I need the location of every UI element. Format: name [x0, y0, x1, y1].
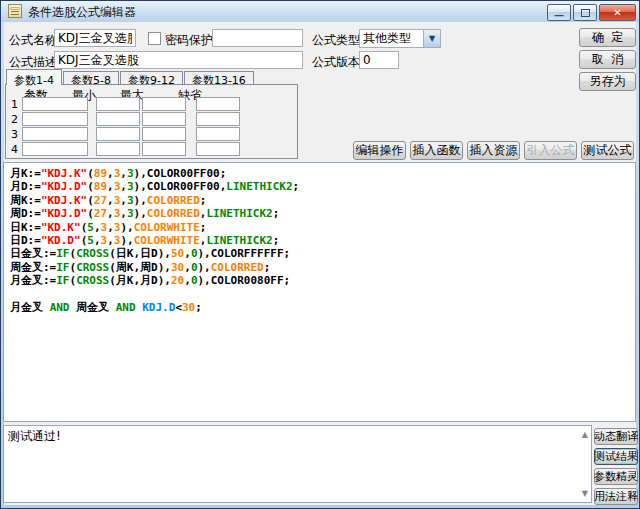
tab-params-3[interactable]: 参数9-12: [120, 71, 183, 85]
scroll-down-icon[interactable]: ▼: [582, 489, 588, 498]
param-row-label: 3: [8, 128, 18, 141]
titlebar: 条件选股公式编辑器 — ✕: [1, 1, 639, 22]
formula-editor-window: 条件选股公式编辑器 — ✕ 公式名称 密码保护 公式类型 其他类型 ▼ 确 定 …: [0, 0, 640, 509]
param-input-r2c4[interactable]: [196, 112, 240, 126]
param-input-r4c3[interactable]: [142, 142, 186, 156]
maximize-button[interactable]: [573, 4, 597, 21]
side-button-2[interactable]: 测试结果: [594, 448, 638, 465]
code-line: 周金叉:=IF(CROSS(周K,周D),30,0),COLORRED;: [10, 261, 635, 274]
password-input[interactable]: [212, 29, 303, 47]
code-line: 日金叉:=IF(CROSS(日K,日D),50,0),COLORFFFFFF;: [10, 247, 635, 260]
code-line: 月D:="KDJ.D"(89,3,3),COLOR00FF00,LINETHIC…: [10, 180, 635, 193]
toolbar-button-1[interactable]: 编辑操作: [353, 141, 406, 160]
param-input-r1c3[interactable]: [142, 97, 186, 111]
param-input-r1c2[interactable]: [96, 97, 140, 111]
code-line: 日D:="KD.D"(5,3,3),COLORWHITE,LINETHICK2;: [10, 234, 635, 247]
param-row-label: 2: [8, 113, 18, 126]
password-protect-label: 密码保护: [165, 32, 213, 49]
toolbar-button-4: 引入公式: [524, 141, 577, 160]
maximize-icon: [581, 9, 590, 17]
app-icon: [8, 4, 22, 18]
param-tab-panel: 参数最小最大缺省1234: [5, 84, 298, 159]
side-button-4[interactable]: 用法注释: [594, 488, 638, 505]
code-line: 月金叉:=IF(CROSS(月K,月D),20,0),COLOR0080FF;: [10, 274, 635, 287]
minimize-button[interactable]: —: [547, 4, 571, 21]
tab-params-2[interactable]: 参数5-8: [63, 71, 119, 85]
password-protect-checkbox[interactable]: [148, 32, 161, 45]
toolbar-button-3[interactable]: 插入资源: [467, 141, 520, 160]
formula-type-select[interactable]: 其他类型 ▼: [359, 29, 441, 48]
param-input-r3c3[interactable]: [142, 127, 186, 141]
save-as-button[interactable]: 另存为: [579, 72, 636, 91]
param-input-r3c1[interactable]: [22, 127, 88, 141]
code-line: 日K:="KD.K"(5,3,3),COLORWHITE;: [10, 221, 635, 234]
cancel-button[interactable]: 取 消: [579, 50, 636, 69]
code-line: 月金叉 AND 周金叉 AND KDJ.D<30;: [10, 301, 635, 314]
code-line: 周D:="KDJ.D"(27,3,3),COLORRED,LINETHICK2;: [10, 207, 635, 220]
chevron-down-icon[interactable]: ▼: [423, 30, 440, 47]
tab-params-1[interactable]: 参数1-4: [6, 69, 62, 85]
formula-name-input[interactable]: [54, 29, 136, 47]
param-input-r2c2[interactable]: [96, 112, 140, 126]
side-button-3[interactable]: 参数精灵: [594, 468, 638, 485]
param-input-r3c2[interactable]: [96, 127, 140, 141]
side-button-1[interactable]: 动态翻译: [594, 428, 638, 445]
scroll-up-icon[interactable]: ▲: [582, 430, 588, 439]
test-output-box[interactable]: 测试通过! ▲ ▼: [3, 425, 592, 503]
param-tabs: 参数1-4参数5-8参数9-12参数13-16: [6, 69, 255, 85]
code-line: [10, 288, 635, 301]
param-input-r1c1[interactable]: [22, 97, 88, 111]
code-line: 月K:="KDJ.K"(89,3,3),COLOR00FF00;: [10, 167, 635, 180]
param-row-label: 1: [8, 98, 18, 111]
formula-type-value: 其他类型: [360, 30, 423, 47]
formula-desc-input[interactable]: [54, 51, 303, 69]
formula-code-editor[interactable]: 月K:="KDJ.K"(89,3,3),COLOR00FF00;月D:="KDJ…: [3, 162, 636, 422]
param-row-label: 4: [8, 143, 18, 156]
window-title: 条件选股公式编辑器: [28, 4, 136, 21]
formula-type-label: 公式类型: [312, 32, 360, 49]
param-input-r4c1[interactable]: [22, 142, 88, 156]
close-button[interactable]: ✕: [599, 4, 636, 21]
param-input-r4c2[interactable]: [96, 142, 140, 156]
formula-name-label: 公式名称: [9, 32, 57, 49]
toolbar-button-2[interactable]: 插入函数: [410, 141, 463, 160]
ok-button[interactable]: 确 定: [579, 28, 636, 47]
param-input-r3c4[interactable]: [196, 127, 240, 141]
param-input-r2c1[interactable]: [22, 112, 88, 126]
code-line: 周K:="KDJ.K"(27,3,3),COLORRED;: [10, 194, 635, 207]
param-input-r1c4[interactable]: [196, 97, 240, 111]
param-input-r4c4[interactable]: [196, 142, 240, 156]
param-input-r2c3[interactable]: [142, 112, 186, 126]
formula-version-label: 公式版本: [312, 54, 360, 71]
close-icon: ✕: [613, 7, 621, 18]
toolbar-button-5[interactable]: 测试公式: [581, 141, 634, 160]
tab-params-4[interactable]: 参数13-16: [184, 71, 254, 85]
minimize-icon: —: [554, 10, 564, 21]
formula-version-input[interactable]: [359, 51, 399, 69]
test-output-text: 测试通过!: [8, 429, 61, 443]
